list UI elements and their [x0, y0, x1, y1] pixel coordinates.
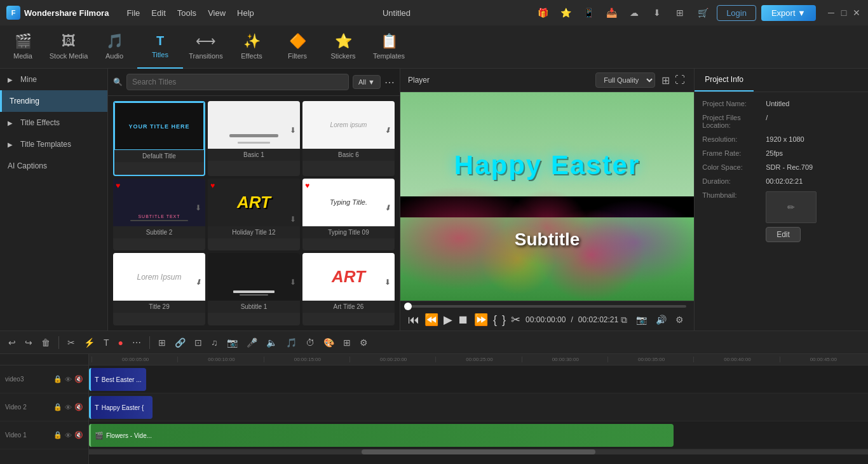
toolbar-media[interactable]: 🎬 Media	[0, 25, 46, 69]
toolbar-templates[interactable]: 📋 Templates	[366, 25, 412, 69]
snap-button[interactable]: ⊞	[155, 336, 169, 349]
music-icon[interactable]: 🎵	[283, 336, 300, 349]
title-card-title29[interactable]: Lorem Ipsum ⬇ Title 29	[113, 253, 205, 325]
toolbar-separator2	[149, 336, 150, 349]
title-card-typing09[interactable]: Typing Title. ♥ ⬇ Typing Title 09	[302, 179, 395, 251]
title-card-subtitle2[interactable]: SUBTITLE TEXT ♥ ⬇ Subtitle 2	[113, 179, 205, 251]
text-button[interactable]: T	[100, 336, 112, 349]
menu-help[interactable]: Help	[232, 6, 259, 20]
timeline-scrub-handle[interactable]	[404, 303, 412, 310]
magnet-icon[interactable]: 🔗	[172, 336, 189, 349]
audio-mix-icon[interactable]: ♫	[208, 336, 221, 349]
toolbar-titles[interactable]: T Titles	[137, 25, 183, 69]
grid-view-icon[interactable]: ⊞	[660, 73, 671, 88]
menu-edit[interactable]: Edit	[146, 6, 170, 20]
title-templates-arrow-icon: ▶	[8, 141, 13, 148]
gift-icon[interactable]: 🎁	[534, 4, 552, 22]
toolbar-filters[interactable]: 🔶 Filters	[275, 25, 320, 69]
export-button[interactable]: Export ▼	[761, 5, 816, 21]
mic-icon[interactable]: 🎤	[243, 336, 261, 349]
mute3-icon[interactable]: 🔇	[74, 431, 83, 439]
mark-out-icon[interactable]: }	[502, 313, 506, 327]
lock2-icon[interactable]: 🔒	[53, 403, 62, 411]
timeline-scrollbar[interactable]	[89, 449, 868, 454]
title-card-subtitle1[interactable]: ⬇ Subtitle 1	[208, 253, 300, 325]
step-back-icon[interactable]: ⏪	[424, 313, 438, 327]
quality-dropdown[interactable]: Full Quality 1/2 Quality 1/4 Quality	[595, 72, 655, 88]
toolbar-stickers[interactable]: ⭐ Stickers	[320, 25, 366, 69]
toolbar-effects[interactable]: ✨ Effects	[229, 25, 275, 69]
tab-project-info[interactable]: Project Info	[695, 69, 754, 92]
scrollbar-thumb[interactable]	[362, 449, 595, 454]
filter-dropdown[interactable]: All ▼	[353, 75, 381, 89]
fullscreen-icon[interactable]: ⛶	[674, 73, 686, 88]
cloud-icon[interactable]: ☁	[625, 4, 643, 22]
eye2-icon[interactable]: 👁	[65, 404, 72, 411]
screenshot-icon[interactable]: 📷	[634, 313, 649, 327]
picture-in-picture-icon[interactable]: ⧉	[618, 313, 630, 327]
grid-layout-icon[interactable]: ⊞	[340, 336, 354, 349]
group-icon[interactable]: ⊡	[191, 336, 205, 349]
redo-button[interactable]: ↪	[22, 336, 36, 349]
more-tools-icon[interactable]: ⋯	[129, 336, 144, 349]
camera-icon[interactable]: 📷	[224, 336, 241, 349]
settings-icon[interactable]: ⚙	[673, 313, 686, 327]
toolbar-stock-media[interactable]: 🖼 Stock Media	[46, 25, 92, 69]
phone-icon[interactable]: 📱	[580, 4, 597, 22]
import-icon[interactable]: 📥	[602, 4, 620, 22]
lock3-icon[interactable]: 🔒	[53, 431, 62, 439]
title-card-holiday12[interactable]: ART ♥ ⬇ Holiday Title 12	[208, 179, 300, 251]
mark-in-icon[interactable]: {	[493, 313, 497, 327]
undo-button[interactable]: ↩	[5, 336, 19, 349]
record-button[interactable]: ●	[115, 336, 126, 349]
menu-file[interactable]: File	[121, 6, 145, 20]
delete-button[interactable]: 🗑	[38, 336, 53, 349]
clip-icon[interactable]: ✂	[511, 313, 520, 327]
login-button[interactable]: Login	[717, 5, 756, 21]
clip-happy-easter[interactable]: T Happy Easter {	[89, 396, 153, 419]
sidebar-item-ai-captions[interactable]: AI Captions	[0, 155, 107, 177]
settings2-icon[interactable]: ⚙	[356, 336, 371, 349]
toolbar-audio[interactable]: 🎵 Audio	[92, 25, 137, 69]
sidebar-item-title-templates[interactable]: ▶ Title Templates	[0, 133, 107, 155]
clip-flowers-video[interactable]: 🎬 Flowers - Vide...	[89, 424, 674, 447]
stop-icon[interactable]: ⏹	[458, 313, 469, 327]
sidebar-item-title-effects[interactable]: ▶ Title Effects	[0, 112, 107, 133]
sidebar-item-trending[interactable]: Trending	[0, 90, 107, 112]
go-to-start-icon[interactable]: ⏮	[408, 313, 419, 327]
title-card-basic6[interactable]: Lorem ipsum ⬇ Basic 6	[302, 101, 395, 176]
play-icon[interactable]: ▶	[444, 313, 452, 327]
edit-thumbnail-icon[interactable]: ✏	[787, 202, 795, 212]
grid-icon[interactable]: ⊞	[671, 4, 689, 22]
toolbar-transitions[interactable]: ⟷ Transitions	[183, 25, 229, 69]
edit-project-button[interactable]: Edit	[766, 227, 801, 242]
minimize-button[interactable]: ─	[826, 8, 836, 18]
mute-icon[interactable]: 🔇	[74, 375, 83, 383]
more-options-icon[interactable]: ⋯	[384, 76, 395, 88]
preview-timeline-bar[interactable]	[408, 305, 686, 308]
eye-icon[interactable]: 👁	[65, 376, 72, 383]
split-audio-button[interactable]: ⚡	[81, 336, 98, 349]
title-card-art26[interactable]: ART ⬇ Art Title 26	[302, 253, 395, 325]
mute2-icon[interactable]: 🔇	[74, 403, 83, 411]
maximize-button[interactable]: □	[839, 8, 849, 18]
title-card-default[interactable]: YOUR TITLE HERE Default Title	[113, 101, 205, 176]
speed-icon[interactable]: ⏱	[302, 336, 318, 349]
cut-button[interactable]: ✂	[64, 336, 78, 349]
lock-icon[interactable]: 🔒	[53, 375, 62, 383]
close-button[interactable]: ✕	[851, 8, 862, 18]
color-icon[interactable]: 🎨	[320, 336, 337, 349]
step-forward-icon[interactable]: ⏩	[474, 313, 488, 327]
cart-icon[interactable]: 🛒	[694, 4, 712, 22]
title-card-basic1[interactable]: ⬇ Basic 1	[208, 101, 300, 176]
star-icon[interactable]: ⭐	[557, 4, 574, 22]
menu-tools[interactable]: Tools	[172, 6, 201, 20]
sidebar-item-mine[interactable]: ▶ Mine	[0, 69, 107, 90]
menu-view[interactable]: View	[203, 6, 231, 20]
download-icon[interactable]: ⬇	[648, 4, 666, 22]
search-input[interactable]	[126, 74, 349, 90]
volume-icon[interactable]: 🔊	[653, 313, 669, 327]
eye3-icon[interactable]: 👁	[65, 432, 72, 439]
voiceover-icon[interactable]: 🔈	[263, 336, 280, 349]
clip-best-easter[interactable]: T Best Easter ...	[89, 368, 146, 391]
